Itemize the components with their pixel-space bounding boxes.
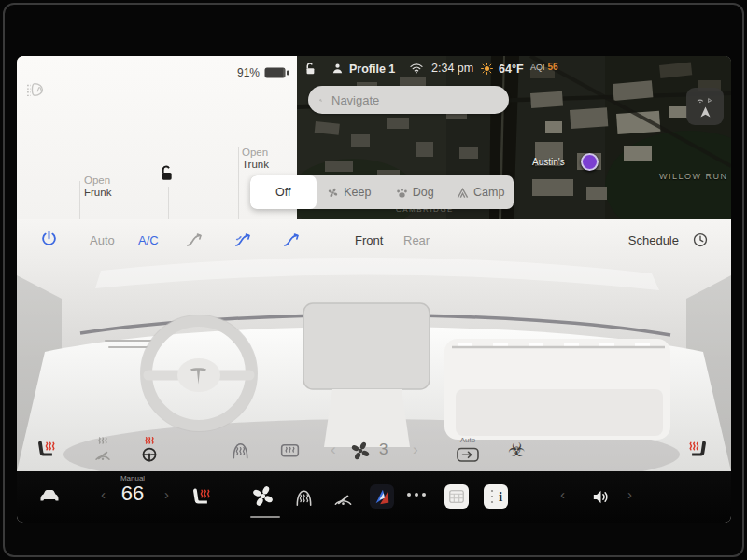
schedule-button[interactable]: Schedule xyxy=(628,233,679,247)
open-frunk-label-1: Open xyxy=(84,175,111,187)
temp-up-button[interactable]: › xyxy=(164,486,169,502)
rear-tab[interactable]: Rear xyxy=(403,233,430,247)
panel-divider xyxy=(79,181,80,219)
car-controls-button[interactable] xyxy=(37,485,62,510)
rear-defrost-button[interactable] xyxy=(278,438,302,462)
dog-paw-icon xyxy=(396,187,408,199)
climate-control-bar: Auto A/C Fron xyxy=(17,219,731,260)
battery-status: 91% xyxy=(237,66,289,79)
manual-i-glyph: i xyxy=(499,489,502,505)
open-frunk-label-2: Frunk xyxy=(84,187,111,199)
wiper-heater-button[interactable] xyxy=(92,436,114,462)
touchscreen: 91% Open Frunk Open Trunk xyxy=(17,56,731,523)
front-tab[interactable]: Front xyxy=(355,233,383,247)
steering-wheel-heater-button[interactable] xyxy=(138,436,161,462)
bioweapon-defense-button[interactable]: ☣ xyxy=(508,438,526,462)
fan-speed-down-button[interactable]: ‹ xyxy=(331,438,336,462)
media-previous-button[interactable]: ‹ xyxy=(560,486,565,502)
climate-panel: Auto A/C Fron xyxy=(17,219,731,471)
navigate-input[interactable] xyxy=(330,92,498,108)
airflow-feet-button[interactable] xyxy=(282,231,303,252)
keep-mode-camp[interactable]: Camp xyxy=(448,175,514,209)
passenger-seat-heater-button[interactable] xyxy=(685,438,709,462)
dock-seat-heater-button[interactable] xyxy=(190,485,214,513)
climate-power-button[interactable] xyxy=(39,229,59,251)
schedule-clock-icon[interactable] xyxy=(692,231,709,251)
navigate-search[interactable] xyxy=(308,86,509,114)
unlocked-icon[interactable] xyxy=(303,62,317,76)
open-frunk-button[interactable]: Open Frunk xyxy=(84,175,111,199)
person-icon xyxy=(331,62,345,76)
wiper-button[interactable] xyxy=(332,486,354,511)
app-dock: ‹ Manual 66 › xyxy=(17,471,731,523)
airflow-mid-button[interactable] xyxy=(233,231,254,252)
lock-icon[interactable] xyxy=(157,164,175,186)
dock-defrost-button[interactable] xyxy=(293,485,315,512)
profile-menu[interactable]: Profile 1 xyxy=(331,62,395,76)
temp-value: 66 xyxy=(114,483,151,505)
recirc-auto-label: Auto xyxy=(460,436,475,444)
map-poi-marker[interactable] xyxy=(581,153,599,171)
battery-percent-label: 91% xyxy=(237,66,260,79)
ac-button[interactable]: A/C xyxy=(138,233,159,247)
sun-icon xyxy=(480,62,494,76)
ellipsis-icon xyxy=(407,493,426,497)
temp-down-button[interactable]: ‹ xyxy=(101,486,106,502)
air-quality-index: AQI 56 xyxy=(530,62,558,72)
keep-climate-icon xyxy=(327,187,339,199)
front-defrost-button[interactable] xyxy=(230,438,251,462)
outside-temperature: 64°F xyxy=(480,62,524,76)
keep-mode-off[interactable]: Off xyxy=(250,175,317,209)
open-trunk-button[interactable]: Open Trunk xyxy=(242,147,269,171)
search-icon xyxy=(319,93,322,107)
airflow-face-button[interactable] xyxy=(185,231,205,252)
climate-app-button[interactable] xyxy=(250,483,275,512)
driver-seat-heater-button[interactable] xyxy=(35,438,59,462)
climate-footer-bar: ‹ 3 › Auto ☣ xyxy=(17,427,731,466)
recirculation-auto-button[interactable]: Auto xyxy=(456,436,480,464)
keep-mode-dog-label: Dog xyxy=(413,186,434,199)
open-trunk-label-1: Open xyxy=(242,147,269,159)
keep-mode-camp-label: Camp xyxy=(473,186,504,199)
media-next-button[interactable]: › xyxy=(627,486,632,502)
fan-icon xyxy=(349,440,372,462)
app-launcher-button[interactable] xyxy=(407,484,426,497)
keep-climate-segmented-control: Off Keep Dog xyxy=(250,175,514,209)
north-arrow-icon xyxy=(699,106,712,118)
keep-mode-off-label: Off xyxy=(275,186,290,199)
panel-divider xyxy=(238,147,239,219)
wifi-icon[interactable] xyxy=(409,62,424,75)
camp-tent-icon xyxy=(457,187,469,199)
map-poi-label: Austin's xyxy=(532,157,565,167)
aqi-value: 56 xyxy=(548,62,558,72)
fan-speed-up-button[interactable]: › xyxy=(413,438,418,462)
status-bar: Profile 1 2:34 pm 64°F xyxy=(297,62,731,84)
clock-time: 2:34 pm xyxy=(431,62,473,75)
panel-divider xyxy=(168,187,169,219)
active-app-indicator xyxy=(250,516,280,518)
aqi-label: AQI xyxy=(530,63,545,72)
media-app-icon[interactable] xyxy=(370,484,394,509)
map-region-label: WILLOW RUN xyxy=(659,172,728,181)
compass-heading-button[interactable] xyxy=(686,88,724,125)
keep-mode-keep-label: Keep xyxy=(344,186,371,199)
climate-auto-button[interactable]: Auto xyxy=(90,233,115,247)
calendar-app-icon[interactable] xyxy=(444,484,469,509)
open-trunk-label-2: Trunk xyxy=(242,159,269,171)
keep-mode-dog[interactable]: Dog xyxy=(382,175,448,209)
cabin-temperature-control[interactable]: Manual 66 xyxy=(114,474,151,505)
gps-signal-icon xyxy=(695,95,715,105)
owners-manual-app-icon[interactable]: i xyxy=(484,484,508,509)
battery-icon xyxy=(264,67,289,78)
profile-name: Profile 1 xyxy=(349,63,395,76)
keep-mode-keep[interactable]: Keep xyxy=(317,175,383,209)
volume-button[interactable] xyxy=(590,486,612,511)
fan-speed-value: 3 xyxy=(379,441,388,459)
temperature-value: 64°F xyxy=(499,63,524,76)
headlight-auto-icon[interactable] xyxy=(26,80,47,103)
